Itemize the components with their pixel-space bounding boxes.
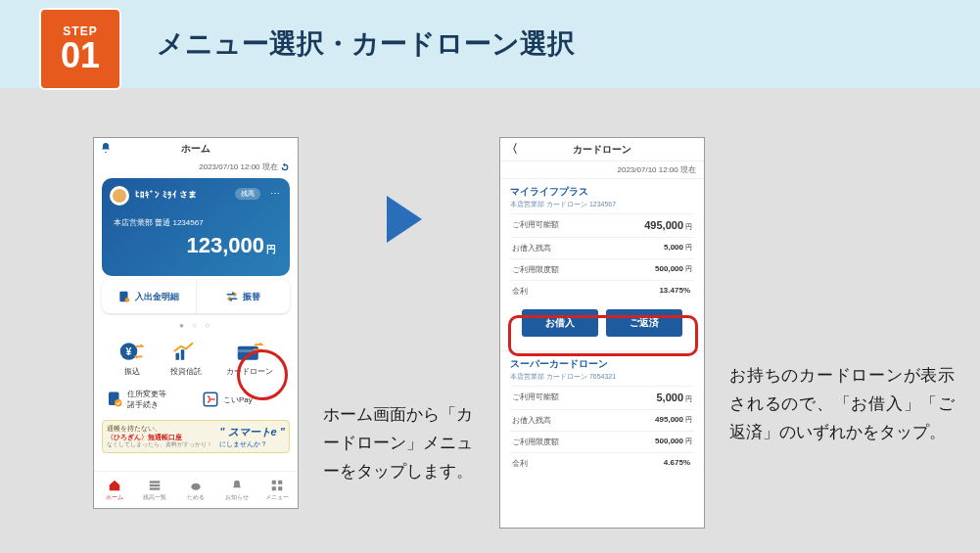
home-icon — [108, 479, 121, 492]
loan-row: ご利用限度額500,000円 — [510, 258, 694, 280]
loan-row: 金利4.675% — [510, 452, 694, 474]
bell2-icon — [230, 479, 244, 492]
refresh-icon[interactable] — [280, 162, 290, 172]
grid-icon — [270, 479, 284, 492]
arrow-right-icon — [387, 196, 422, 243]
loan-card-1: マイライフプラス 本店営業部 カードローン 1234567 ご利用可能額495,… — [500, 178, 704, 346]
svg-text:¥: ¥ — [125, 346, 131, 357]
action-transfer[interactable]: 振替 — [196, 280, 291, 313]
bell-icon — [100, 142, 112, 154]
caption-1: ホーム画面から「カードローン」メニューをタップします。 — [323, 401, 480, 486]
tabbar: ホーム 残高一覧 ためる お知らせ メニュー — [94, 471, 298, 508]
loan-row: お借入残高5,000円 — [510, 237, 694, 258]
icon-remit[interactable]: ¥ 振込 — [118, 340, 146, 377]
phone2-header: 〈 カードローン — [500, 138, 704, 161]
back-icon[interactable]: 〈 — [506, 141, 518, 158]
quick-actions: 入出金明細 振替 — [102, 280, 290, 313]
loan2-sub: 本店営業部 カードローン 7654321 — [510, 372, 694, 382]
header-title: メニュー選択・カードローン選択 — [157, 25, 575, 63]
repay-button[interactable]: ご返済 — [606, 309, 682, 337]
chart-icon — [172, 340, 200, 363]
svg-rect-5 — [181, 349, 185, 360]
more-icon[interactable]: ⋯ — [270, 188, 280, 199]
tab-menu[interactable]: メニュー — [257, 472, 298, 508]
icon-invest[interactable]: 投資信託 — [170, 340, 202, 377]
svg-rect-11 — [150, 481, 161, 483]
account-line: 本店営業部 普通 1234567 — [114, 217, 204, 228]
list-icon — [148, 479, 162, 492]
loan-row: ご利用可能額5,000円 — [510, 386, 694, 409]
phone1-title: ホーム — [181, 142, 210, 156]
phone2-title: カードローン — [573, 143, 631, 157]
svg-rect-18 — [278, 486, 282, 490]
icon-address[interactable]: 住所変更等 諸手続き — [106, 389, 166, 410]
icon-koipay[interactable]: こいPay — [202, 389, 253, 410]
loan2-title: スーパーカードローン — [510, 357, 694, 371]
yen-icon: ¥ — [118, 340, 146, 363]
svg-point-14 — [191, 483, 200, 489]
balance-value: 123,000円 — [186, 233, 276, 258]
phone-home: ホーム 2023/07/10 12:00 現在 ﾋﾛｷﾞﾝ ﾐﾗｲ さま 残高 … — [93, 137, 299, 509]
pager-dots: ● ○ ○ — [94, 313, 298, 336]
step-number: 01 — [61, 38, 100, 73]
phone2-timestamp: 2023/07/10 12:00 現在 — [500, 161, 704, 178]
menu-icons-row: ¥ 振込 投資信託 カードローン — [94, 336, 298, 383]
tab-home[interactable]: ホーム — [94, 472, 135, 508]
tab-balance[interactable]: 残高一覧 — [135, 472, 176, 508]
borrow-button[interactable]: お借入 — [522, 309, 598, 337]
action-statement[interactable]: 入出金明細 — [102, 280, 196, 313]
loan-row: ご利用可能額495,000円 — [510, 213, 694, 237]
tab-notice[interactable]: お知らせ — [216, 472, 257, 508]
svg-rect-15 — [272, 480, 276, 484]
address-label: 住所変更等 諸手続き — [127, 389, 166, 410]
svg-rect-13 — [150, 487, 161, 489]
phone1-header: ホーム — [94, 138, 298, 160]
svg-rect-6 — [238, 346, 258, 360]
loan-card-2: スーパーカードローン 本店営業部 カードローン 7654321 ご利用可能額5,… — [500, 350, 704, 474]
loan1-sub: 本店営業部 カードローン 1234567 — [510, 200, 694, 209]
svg-point-1 — [125, 298, 130, 302]
avatar — [110, 186, 129, 206]
piggy-icon — [189, 479, 203, 492]
user-name: ﾋﾛｷﾞﾝ ﾐﾗｲ さま — [135, 190, 197, 200]
svg-rect-16 — [278, 480, 282, 484]
card-icon — [236, 340, 263, 363]
menu-row2: 住所変更等 諸手続き こいPay — [94, 383, 298, 416]
promo-banner[interactable]: 通帳を持たない、 〈ひろぎん〉無通帳口座 なくしてしまったら、資料がすっかり！ … — [102, 420, 290, 453]
icon-cardloan[interactable]: カードローン — [226, 340, 273, 377]
balance-card[interactable]: ﾋﾛｷﾞﾝ ﾐﾗｲ さま 残高 ⋯ 本店営業部 普通 1234567 123,0… — [102, 178, 290, 276]
badge-balance: 残高 — [235, 188, 260, 200]
loan-row: 金利13.475% — [510, 280, 694, 301]
svg-rect-4 — [175, 353, 179, 360]
loan1-title: マイライフプラス — [510, 185, 694, 199]
loan1-buttons: お借入 ご返済 — [510, 301, 694, 346]
koipay-icon — [202, 391, 219, 408]
phone1-timestamp: 2023/07/10 12:00 現在 — [94, 160, 298, 174]
header-banner: メニュー選択・カードローン選択 — [0, 0, 980, 88]
loan-row: ご利用限度額500,000円 — [510, 431, 694, 452]
svg-point-9 — [115, 399, 122, 407]
statement-icon — [117, 290, 131, 303]
tab-save[interactable]: ためる — [175, 472, 216, 508]
phone-cardloan: 〈 カードローン 2023/07/10 12:00 現在 マイライフプラス 本店… — [499, 137, 705, 529]
doc-icon — [106, 391, 123, 408]
svg-rect-17 — [272, 486, 276, 490]
caption-2: お持ちのカードローンが表示されるので、「お借入」「ご返済」のいずれかをタップ。 — [729, 362, 955, 447]
transfer-icon — [225, 290, 239, 303]
svg-rect-12 — [150, 484, 161, 485]
loan-row: お借入残高495,000円 — [510, 409, 694, 431]
step-badge: STEP 01 — [39, 8, 121, 90]
